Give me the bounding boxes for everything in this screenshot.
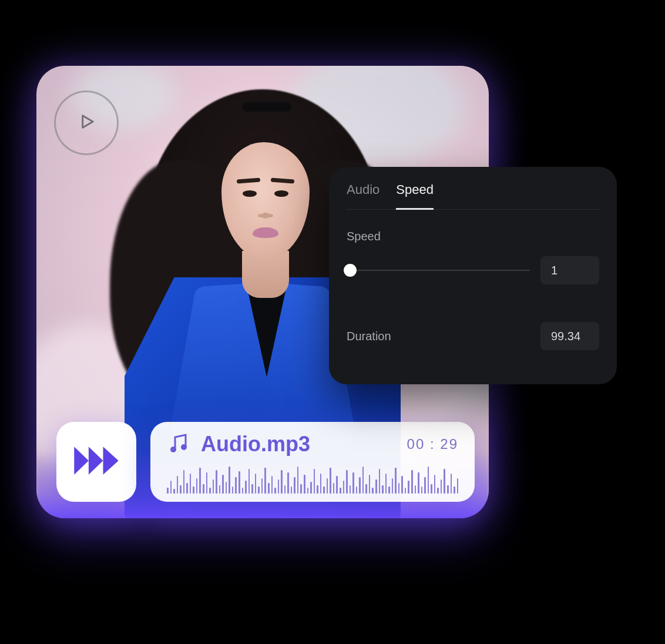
svg-point-1 (181, 444, 187, 450)
duration-value-input[interactable]: 99.34 (540, 322, 599, 350)
panel-tabs: Audio Speed (347, 180, 599, 210)
fast-forward-button[interactable] (56, 422, 136, 502)
speed-slider[interactable] (347, 263, 530, 277)
audio-filename: Audio.mp3 (201, 432, 397, 457)
play-icon (75, 110, 98, 135)
speed-value-input[interactable]: 1 (540, 256, 599, 284)
audio-timestamp: 00 : 29 (407, 436, 458, 452)
speed-label: Speed (347, 230, 599, 243)
audio-clip-card[interactable]: Audio.mp3 00 : 29 (150, 422, 475, 502)
tab-speed[interactable]: Speed (396, 180, 434, 210)
tab-audio[interactable]: Audio (347, 180, 379, 210)
slider-thumb[interactable] (344, 264, 357, 277)
play-button[interactable] (54, 90, 119, 155)
audio-settings-panel: Audio Speed Speed 1 Duration 99.34 (329, 167, 617, 384)
slider-track (347, 270, 530, 271)
duration-label: Duration (347, 330, 391, 343)
fast-forward-icon (72, 442, 120, 481)
audio-waveform[interactable] (167, 465, 458, 494)
svg-point-0 (170, 447, 176, 452)
music-note-icon (167, 431, 190, 457)
